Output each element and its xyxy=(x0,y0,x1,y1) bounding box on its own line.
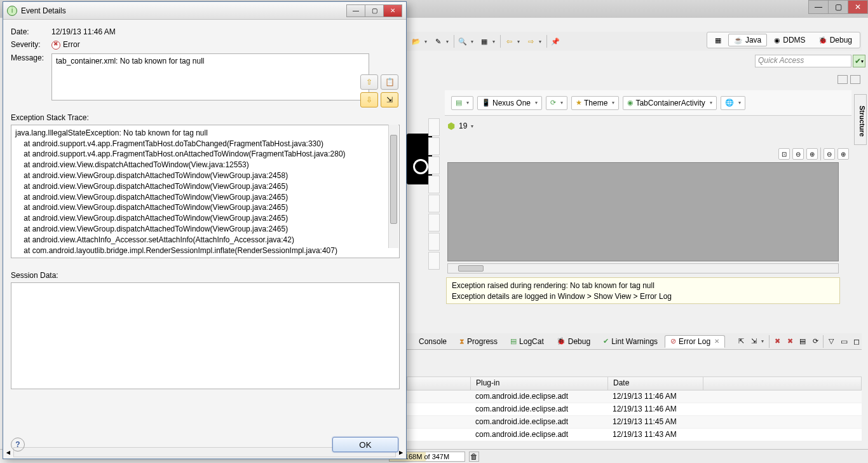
restore-icon[interactable]: ⟳ xyxy=(810,336,820,347)
stacktrace-label: Exception Stack Trace: xyxy=(11,113,398,122)
dropdown-icon[interactable]: ▾ xyxy=(761,338,766,344)
tab-debug[interactable]: 🐞Debug xyxy=(551,335,596,348)
theme-dropdown[interactable]: ★Theme xyxy=(571,96,619,110)
config-dropdown[interactable]: ▤ xyxy=(451,96,473,110)
maximize-view-icon[interactable]: ◻ xyxy=(851,336,862,347)
next-event-button[interactable]: ⇩ xyxy=(360,92,378,107)
col-date[interactable]: Date xyxy=(608,377,703,390)
col-plugin[interactable]: Plug-in xyxy=(471,377,608,390)
quick-access-toggle[interactable]: ✔▾ xyxy=(853,55,865,67)
open-perspective-button[interactable]: ▦ xyxy=(709,34,727,46)
session-textarea[interactable] xyxy=(11,282,400,389)
severity-label: Severity: xyxy=(11,40,51,50)
api-selector[interactable]: ⬢ 19 ▾ xyxy=(447,121,476,131)
zoom-fit-in-icon[interactable]: ⊕ xyxy=(837,148,849,160)
view-menu-icon[interactable]: ▽ xyxy=(826,336,836,347)
bug-icon: 🐞 xyxy=(818,36,827,45)
check-icon: ✔ xyxy=(603,337,609,345)
message-textarea[interactable]: tab_container.xml: No tab known for tag … xyxy=(51,53,369,100)
zoom-out-icon[interactable]: ⊖ xyxy=(792,148,804,160)
ok-button[interactable]: OK xyxy=(332,437,398,452)
palette-item[interactable] xyxy=(428,118,440,136)
perspective-java[interactable]: ☕Java xyxy=(728,34,767,46)
copy-button[interactable]: 📋 xyxy=(381,74,398,90)
maximize-view-icon[interactable] xyxy=(850,75,860,84)
activity-dropdown[interactable]: ◉TabContainerActivity xyxy=(623,96,716,110)
dialog-maximize-button[interactable]: ▢ xyxy=(365,4,384,17)
canvas-horizontal-scrollbar[interactable] xyxy=(447,263,839,273)
dropdown-icon[interactable]: ▾ xyxy=(539,39,544,45)
minimize-view-icon[interactable]: ▭ xyxy=(839,336,849,347)
palette-item[interactable] xyxy=(428,176,440,193)
zoom-reset-icon[interactable]: ⊡ xyxy=(778,148,790,160)
dropdown-icon[interactable]: ▾ xyxy=(424,39,430,45)
page-icon: ▤ xyxy=(456,99,462,107)
minimize-view-icon[interactable] xyxy=(837,75,848,84)
delete-icon[interactable]: ✖ xyxy=(785,336,795,347)
perspective-debug[interactable]: 🐞Debug xyxy=(813,34,858,46)
import-icon[interactable]: ⇲ xyxy=(749,336,759,347)
activity-label: TabContainerActivity xyxy=(635,99,705,107)
orientation-dropdown[interactable]: ⟳ xyxy=(546,96,567,110)
layout-canvas[interactable] xyxy=(447,162,839,261)
palette-item[interactable] xyxy=(428,195,440,212)
dropdown-icon[interactable]: ▾ xyxy=(492,39,498,45)
forward-icon[interactable]: ⇨ xyxy=(525,36,536,47)
quick-access-input[interactable]: Quick Access xyxy=(755,55,851,67)
table-row[interactable]: com.android.ide.eclipse.adt12/19/13 11:4… xyxy=(407,403,862,416)
vertical-scrollbar[interactable] xyxy=(388,125,398,248)
ddms-icon: ◉ xyxy=(774,36,780,45)
expand-button[interactable]: ⇲ xyxy=(381,92,398,107)
error-icon xyxy=(51,41,60,50)
gc-button[interactable]: 🗑 xyxy=(469,452,479,462)
close-icon[interactable]: ✕ xyxy=(714,338,719,345)
bug-icon: 🐞 xyxy=(557,337,566,345)
table-row[interactable]: com.android.ide.eclipse.adt12/19/13 11:4… xyxy=(407,429,862,441)
java-icon: ☕ xyxy=(734,36,743,45)
tab-console[interactable]: Console xyxy=(413,335,452,348)
palette-item[interactable] xyxy=(428,137,440,155)
dropdown-icon[interactable]: ▾ xyxy=(517,39,522,45)
render-error-line1: Exception raised during rendering: No ta… xyxy=(452,280,834,291)
search-icon[interactable]: 🔍 xyxy=(457,36,468,47)
help-button[interactable]: ? xyxy=(11,438,25,452)
filter-icon[interactable]: ▦ xyxy=(478,36,490,47)
palette-item[interactable] xyxy=(428,156,440,174)
tab-progress[interactable]: ⧗Progress xyxy=(454,335,503,348)
tab-lint[interactable]: ✔Lint Warnings xyxy=(597,335,663,348)
locale-dropdown[interactable]: 🌐 xyxy=(721,96,745,110)
dropdown-icon[interactable]: ▾ xyxy=(471,123,476,129)
table-row[interactable]: com.android.ide.eclipse.adt12/19/13 11:4… xyxy=(407,416,862,429)
dialog-close-button[interactable]: ✕ xyxy=(383,4,402,17)
zoom-in-icon[interactable]: ⊕ xyxy=(806,148,818,160)
export-icon[interactable]: ⇱ xyxy=(736,336,746,347)
structure-tab[interactable]: Structure xyxy=(854,94,867,145)
back-icon[interactable]: ⇦ xyxy=(503,36,515,47)
ide-minimize-button[interactable]: — xyxy=(808,0,829,14)
table-row[interactable]: com.android.ide.eclipse.adt12/19/13 11:4… xyxy=(407,390,862,403)
stacktrace-textarea[interactable]: java.lang.IllegalStateException: No tab … xyxy=(11,125,400,258)
open-icon[interactable]: 📂 xyxy=(410,36,422,47)
device-dropdown[interactable]: 📱Nexus One xyxy=(477,96,542,110)
phone-icon: 📱 xyxy=(482,99,491,107)
prev-event-button[interactable]: ⇧ xyxy=(360,74,378,90)
palette-item[interactable] xyxy=(428,233,440,251)
perspective-ddms[interactable]: ◉DDMS xyxy=(768,34,811,46)
tab-errorlog[interactable]: ⊘Error Log✕ xyxy=(665,335,725,348)
dialog-titlebar[interactable]: i Event Details — ▢ ✕ xyxy=(3,2,406,20)
ide-maximize-button[interactable]: ▢ xyxy=(828,0,848,14)
clear-icon[interactable]: ✖ xyxy=(772,336,782,347)
dialog-minimize-button[interactable]: — xyxy=(346,4,365,17)
ide-close-button[interactable]: ✕ xyxy=(848,0,868,14)
dropdown-icon[interactable]: ▾ xyxy=(471,39,476,45)
pin-icon[interactable]: 📌 xyxy=(550,36,561,47)
open-log-icon[interactable]: ▤ xyxy=(797,336,808,347)
palette-item[interactable] xyxy=(428,252,440,270)
tab-logcat[interactable]: ▤LogCat xyxy=(505,335,550,348)
col-message[interactable] xyxy=(407,377,471,390)
zoom-fit-out-icon[interactable]: ⊖ xyxy=(824,148,835,160)
dropdown-icon[interactable]: ▾ xyxy=(446,39,451,45)
palette-item[interactable] xyxy=(428,214,440,232)
tab-label: Console xyxy=(419,337,447,346)
wand-icon[interactable]: ✎ xyxy=(432,36,444,47)
